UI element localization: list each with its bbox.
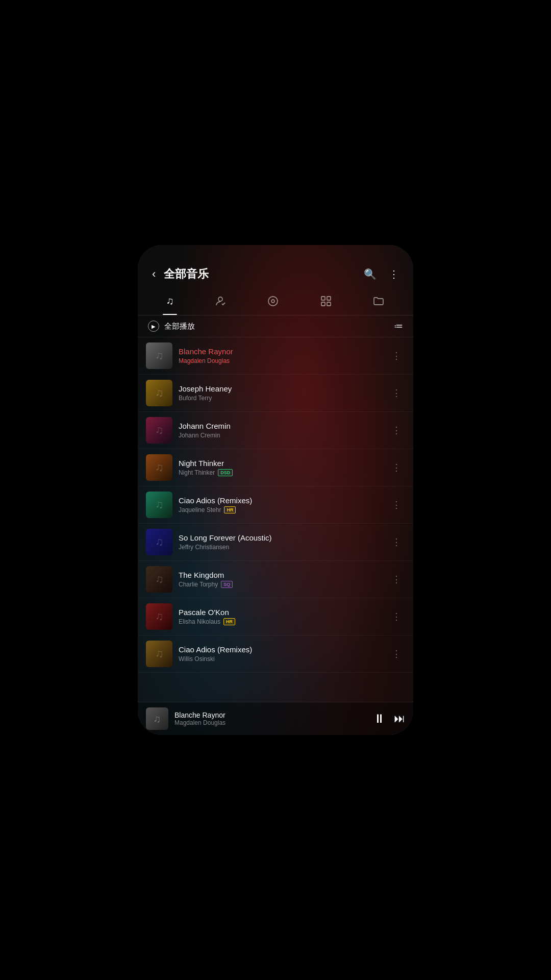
- play-all-button[interactable]: ▶: [148, 321, 159, 332]
- song-artist: Jeffry Christiansen: [179, 544, 229, 551]
- header: ‹ 全部音乐 🔍 ⋮: [138, 245, 413, 289]
- song-thumbnail: ♫: [146, 380, 172, 406]
- more-menu-icon[interactable]: ⋮: [385, 266, 403, 282]
- page-title: 全部音乐: [164, 266, 356, 282]
- song-more-button[interactable]: ⋮: [388, 497, 405, 512]
- song-title: Blanche Raynor: [179, 347, 382, 356]
- song-artist: Elisha Nikolaus: [179, 618, 220, 625]
- svg-rect-4: [327, 297, 331, 300]
- tab-album[interactable]: [259, 291, 287, 315]
- svg-point-0: [218, 297, 222, 301]
- song-thumbnail: ♫: [146, 641, 172, 667]
- song-artist: Magdalen Douglas: [179, 357, 230, 364]
- quality-badge: SQ: [221, 581, 233, 588]
- now-playing-bar: ♫ Blanche Raynor Magdalen Douglas ⏸ ⏭: [138, 702, 413, 735]
- song-artist-row: Jaqueline Stehr HR: [179, 506, 382, 513]
- song-title: Johann Cremin: [179, 422, 382, 430]
- song-item[interactable]: ♫ The Kingdom Charlie Torphy SQ ⋮: [138, 561, 413, 598]
- artist-icon: [214, 295, 227, 310]
- song-info: Ciao Adios (Remixes) Jaqueline Stehr HR: [179, 496, 382, 513]
- now-playing-title: Blanche Raynor: [174, 711, 367, 719]
- song-item[interactable]: ♫ Johann Cremin Johann Cremin ⋮: [138, 412, 413, 449]
- song-thumbnail: ♫: [146, 417, 172, 444]
- now-playing-info: Blanche Raynor Magdalen Douglas: [174, 711, 367, 726]
- song-thumbnail: ♫: [146, 454, 172, 481]
- song-item[interactable]: ♫ Joseph Heaney Buford Terry ⋮: [138, 375, 413, 412]
- song-info: Blanche Raynor Magdalen Douglas: [179, 347, 382, 364]
- song-item[interactable]: ♫ Blanche Raynor Magdalen Douglas ⋮: [138, 337, 413, 375]
- song-item[interactable]: ♫ Ciao Adios (Remixes) Jaqueline Stehr H…: [138, 486, 413, 524]
- song-info: Ciao Adios (Remixes) Willis Osinski: [179, 645, 382, 663]
- song-more-button[interactable]: ⋮: [388, 460, 405, 475]
- song-info: Joseph Heaney Buford Terry: [179, 384, 382, 402]
- song-thumbnail: ♫: [146, 603, 172, 630]
- song-list: ♫ Blanche Raynor Magdalen Douglas ⋮ ♫ Jo…: [138, 337, 413, 702]
- song-more-button[interactable]: ⋮: [388, 348, 405, 363]
- tab-music[interactable]: ♫: [158, 291, 182, 315]
- now-playing-thumb: ♫: [146, 707, 168, 730]
- svg-point-1: [268, 297, 278, 306]
- song-more-button[interactable]: ⋮: [388, 423, 405, 438]
- pause-button[interactable]: ⏸: [373, 712, 386, 726]
- song-more-button[interactable]: ⋮: [388, 609, 405, 624]
- song-info: The Kingdom Charlie Torphy SQ: [179, 571, 382, 588]
- song-artist: Buford Terry: [179, 395, 212, 402]
- song-artist: Willis Osinski: [179, 655, 215, 663]
- folder-icon: [372, 295, 385, 310]
- sort-icon[interactable]: ≔: [394, 321, 403, 332]
- play-all-bar: ▶ 全部播放 ≔: [138, 315, 413, 337]
- search-icon[interactable]: 🔍: [360, 266, 381, 282]
- song-item[interactable]: ♫ Pascale O'Kon Elisha Nikolaus HR ⋮: [138, 598, 413, 635]
- app-content: ‹ 全部音乐 🔍 ⋮ ♫: [138, 245, 413, 735]
- svg-point-2: [271, 300, 274, 303]
- play-all-label: 全部播放: [164, 322, 195, 331]
- tab-folder[interactable]: [364, 291, 393, 315]
- song-more-button[interactable]: ⋮: [388, 572, 405, 587]
- nav-tabs: ♫: [138, 289, 413, 315]
- back-button[interactable]: ‹: [148, 265, 160, 283]
- song-artist-row: Buford Terry: [179, 395, 382, 402]
- quality-badge: DSD: [218, 469, 233, 476]
- song-info: Johann Cremin Johann Cremin: [179, 422, 382, 439]
- song-thumbnail: ♫: [146, 529, 172, 555]
- song-artist-row: Johann Cremin: [179, 432, 382, 439]
- svg-rect-6: [327, 302, 331, 306]
- tab-grid[interactable]: [312, 291, 340, 315]
- now-playing-artist: Magdalen Douglas: [174, 719, 367, 726]
- song-artist-row: Night Thinker DSD: [179, 469, 382, 476]
- song-more-button[interactable]: ⋮: [388, 534, 405, 550]
- song-info: So Long Forever (Acoustic) Jeffry Christ…: [179, 533, 382, 551]
- svg-rect-5: [321, 302, 325, 306]
- music-icon: ♫: [166, 295, 174, 307]
- song-title: Joseph Heaney: [179, 384, 382, 393]
- song-artist: Night Thinker: [179, 469, 215, 476]
- next-button[interactable]: ⏭: [394, 712, 405, 725]
- song-thumbnail: ♫: [146, 342, 172, 369]
- phone-container: ‹ 全部音乐 🔍 ⋮ ♫: [138, 245, 413, 735]
- song-more-button[interactable]: ⋮: [388, 646, 405, 662]
- song-title: The Kingdom: [179, 571, 382, 579]
- song-artist-row: Magdalen Douglas: [179, 357, 382, 364]
- song-info: Pascale O'Kon Elisha Nikolaus HR: [179, 608, 382, 625]
- song-item[interactable]: ♫ Night Thinker Night Thinker DSD ⋮: [138, 449, 413, 486]
- album-icon: [267, 295, 279, 310]
- song-thumbnail: ♫: [146, 566, 172, 593]
- song-item[interactable]: ♫ Ciao Adios (Remixes) Willis Osinski ⋮: [138, 635, 413, 673]
- playback-controls: ⏸ ⏭: [373, 712, 405, 726]
- quality-badge: HR: [224, 506, 236, 513]
- song-artist-row: Elisha Nikolaus HR: [179, 618, 382, 625]
- song-title: Ciao Adios (Remixes): [179, 645, 382, 654]
- tab-artist[interactable]: [206, 291, 235, 315]
- song-title: So Long Forever (Acoustic): [179, 533, 382, 542]
- song-item[interactable]: ♫ So Long Forever (Acoustic) Jeffry Chri…: [138, 524, 413, 561]
- song-info: Night Thinker Night Thinker DSD: [179, 459, 382, 476]
- song-artist-row: Jeffry Christiansen: [179, 544, 382, 551]
- song-artist-row: Charlie Torphy SQ: [179, 581, 382, 588]
- song-artist: Johann Cremin: [179, 432, 220, 439]
- grid-icon: [320, 295, 332, 310]
- song-more-button[interactable]: ⋮: [388, 385, 405, 401]
- song-artist: Jaqueline Stehr: [179, 506, 221, 513]
- song-title: Night Thinker: [179, 459, 382, 468]
- song-title: Pascale O'Kon: [179, 608, 382, 617]
- play-all-left: ▶ 全部播放: [148, 321, 195, 332]
